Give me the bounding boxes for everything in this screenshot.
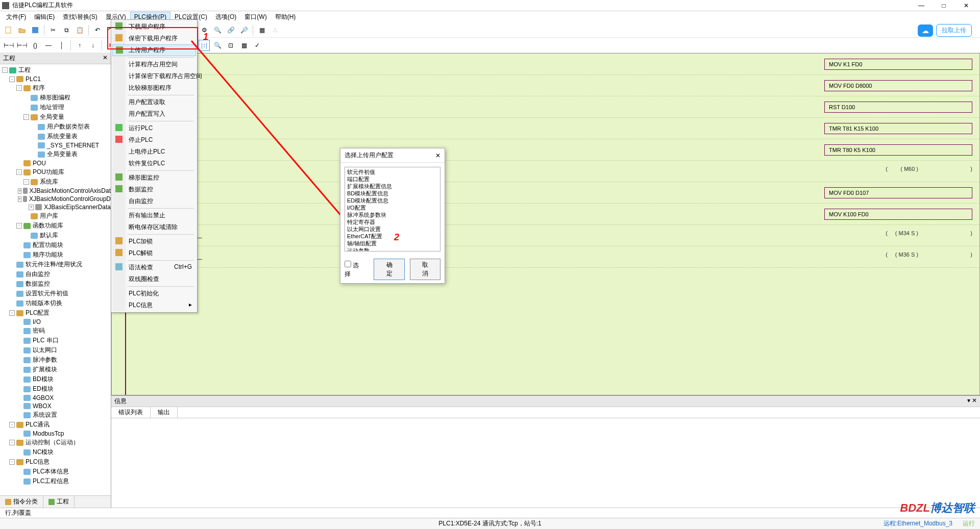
menu-2[interactable]: 查找\替换(S) (59, 12, 101, 22)
zoom-out-icon[interactable]: 🔍 (212, 40, 223, 51)
cancel-button[interactable]: 取消 (410, 259, 440, 280)
menu-7[interactable]: 窗口(W) (240, 12, 271, 22)
sidebar-tab-project[interactable]: 工程 (43, 496, 75, 508)
zoom-icon[interactable]: 🔎 (238, 24, 250, 36)
dropdown-item[interactable]: 上传用户程序 (112, 44, 196, 56)
tree-item[interactable]: -工程 (0, 65, 111, 75)
tree-item[interactable]: 顺序功能块 (0, 250, 111, 260)
tree-item[interactable]: 配置功能块 (0, 240, 111, 250)
check-icon[interactable]: ✓ (252, 40, 263, 51)
dropdown-item[interactable]: 双线圈检查 (112, 273, 196, 285)
tree-item[interactable]: -全局变量 (0, 112, 111, 122)
tree-item[interactable]: -程序 (0, 83, 111, 93)
menu-6[interactable]: 选项(O) (211, 12, 240, 22)
tree-item[interactable]: -PLC配置 (0, 308, 111, 318)
dialog-list-item[interactable]: 运动参数 (347, 247, 438, 251)
dialog-list-item[interactable]: EtherCAT配置 (347, 233, 438, 240)
info-close-icon[interactable]: ✕ (972, 397, 977, 404)
tree-item[interactable]: 梯形图编程 (0, 93, 111, 103)
open-icon[interactable] (16, 24, 28, 36)
ladder-vert-icon[interactable]: │ (56, 40, 67, 51)
dialog-list-item[interactable]: ED模块配置信息 (347, 197, 438, 204)
new-icon[interactable] (3, 24, 14, 36)
menu-8[interactable]: 帮助(H) (271, 12, 300, 22)
tree-item[interactable]: 功能版本切换 (0, 298, 111, 308)
tree-item[interactable]: 系统设置 (0, 410, 111, 420)
zoom-fit-icon[interactable]: ⊡ (225, 40, 236, 51)
info-pin-icon[interactable]: ▾ (967, 397, 970, 404)
dropdown-item[interactable]: PLC初始化 (112, 288, 196, 299)
dropdown-item[interactable]: 比较梯形图程序 (112, 82, 196, 94)
tree-item[interactable]: WBOX (0, 402, 111, 410)
dropdown-item[interactable]: 断电保存区域清除 (112, 221, 196, 233)
dropdown-item[interactable]: 下载用户程序 (112, 21, 196, 33)
tree-item[interactable]: 脉冲参数 (0, 355, 111, 365)
tree-item[interactable]: 数据监控 (0, 279, 111, 289)
dropdown-item[interactable]: 软件复位PLC (112, 158, 196, 169)
tree-item[interactable]: PLC本体信息 (0, 467, 111, 476)
tree-item[interactable]: +XJBasicMotionControlGroupD (0, 195, 111, 203)
tree-item[interactable]: ModbusTcp (0, 430, 111, 438)
dropdown-item[interactable]: 用户配置写入 (112, 108, 196, 120)
pull-upload[interactable]: ☁ 拉取上传 (918, 24, 972, 37)
tree-item[interactable]: -运动控制（C运动） (0, 438, 111, 447)
dropdown-item[interactable]: PLC加锁 (112, 236, 196, 247)
tree-item[interactable]: 扩展模块 (0, 365, 111, 374)
dialog-list-item[interactable]: 扩展模块配置信息 (347, 183, 438, 190)
tree-item[interactable]: BD模块 (0, 374, 111, 384)
dialog-list-item[interactable]: 轴/轴组配置 (347, 240, 438, 247)
dialog-list-item[interactable]: I/O配置 (347, 204, 438, 211)
ladder-coil-icon[interactable]: () (30, 40, 41, 51)
grid-icon[interactable]: ▦ (238, 40, 250, 51)
falling-edge-icon[interactable]: ↓ (87, 40, 99, 51)
save-icon[interactable] (30, 24, 41, 36)
ladder-contact-icon[interactable]: ⊢⊣ (3, 40, 14, 51)
menu-0[interactable]: 文件(F) (2, 12, 30, 22)
tree-item[interactable]: -函数功能库 (0, 221, 111, 231)
tree-item[interactable]: -PLC1 (0, 75, 111, 83)
tree-item[interactable]: -PLC通讯 (0, 420, 111, 430)
tree-item[interactable]: NC模块 (0, 447, 111, 457)
copy-icon[interactable]: ⧉ (61, 24, 72, 36)
tree-item[interactable]: 密码 (0, 326, 111, 336)
close-button[interactable]: ✕ (959, 2, 974, 9)
paste-icon[interactable]: 📋 (74, 24, 85, 36)
ladder-canvas[interactable]: MOV K1 FD0MOV FD0 D8000RST D100TMR T81 K… (111, 53, 980, 395)
dropdown-item[interactable]: 语法检查Ctrl+G (112, 262, 196, 273)
tree-item[interactable]: 用户库 (0, 211, 111, 221)
sidebar-close-icon[interactable]: ✕ (103, 54, 108, 63)
tree-item[interactable]: ED模块 (0, 384, 111, 394)
tab-error-list[interactable]: 错误列表 (111, 407, 151, 418)
chip-icon[interactable]: ▦ (256, 24, 267, 36)
tree-item[interactable]: +XJBasicMotionControlAxisDat (0, 187, 111, 195)
dialog-list-item[interactable]: 特定寄存器 (347, 218, 438, 225)
tree-item[interactable]: 系统变量表 (0, 132, 111, 141)
menu-1[interactable]: 编辑(E) (30, 12, 59, 22)
dropdown-item[interactable]: 运行PLC (112, 122, 196, 134)
tree-item[interactable]: 地址管理 (0, 103, 111, 112)
select-all-checkbox[interactable]: 选择 (345, 261, 363, 279)
tree-item[interactable]: PLC 串口 (0, 336, 111, 345)
tree-item[interactable]: 以太网口 (0, 345, 111, 355)
tree-item[interactable]: 软元件注释/使用状况 (0, 260, 111, 269)
dropdown-item[interactable]: 所有输出禁止 (112, 210, 196, 221)
tree-item[interactable]: 自由监控 (0, 269, 111, 279)
dialog-list[interactable]: 软元件初值端口配置扩展模块配置信息BD模块配置信息ED模块配置信息I/O配置脉冲… (345, 167, 440, 251)
tree-item[interactable]: +XJBasicEipScannerData (0, 203, 111, 211)
tree-item[interactable]: 全局变量表 (0, 149, 111, 159)
tree-item[interactable]: -系统库 (0, 177, 111, 187)
dropdown-item[interactable]: PLC解锁 (112, 247, 196, 259)
dropdown-item[interactable]: 梯形图监控 (112, 172, 196, 184)
dialog-list-item[interactable]: 脉冲系统参数块 (347, 211, 438, 218)
dialog-list-item[interactable]: BD模块配置信息 (347, 190, 438, 197)
dropdown-item[interactable]: 计算保密下载程序占用空间 (112, 70, 196, 82)
dropdown-item[interactable]: 数据监控 (112, 184, 196, 195)
maximize-button[interactable]: □ (936, 2, 951, 9)
tree-item[interactable]: _SYS_ETHERNET (0, 141, 111, 149)
dialog-list-item[interactable]: 端口配置 (347, 175, 438, 183)
dropdown-item[interactable]: PLC信息▸ (112, 299, 196, 311)
tab-output[interactable]: 输出 (151, 407, 178, 418)
dialog-close-icon[interactable]: ✕ (435, 152, 440, 159)
tree-item[interactable]: 4GBOX (0, 394, 111, 402)
rising-edge-icon[interactable]: ↑ (74, 40, 85, 51)
